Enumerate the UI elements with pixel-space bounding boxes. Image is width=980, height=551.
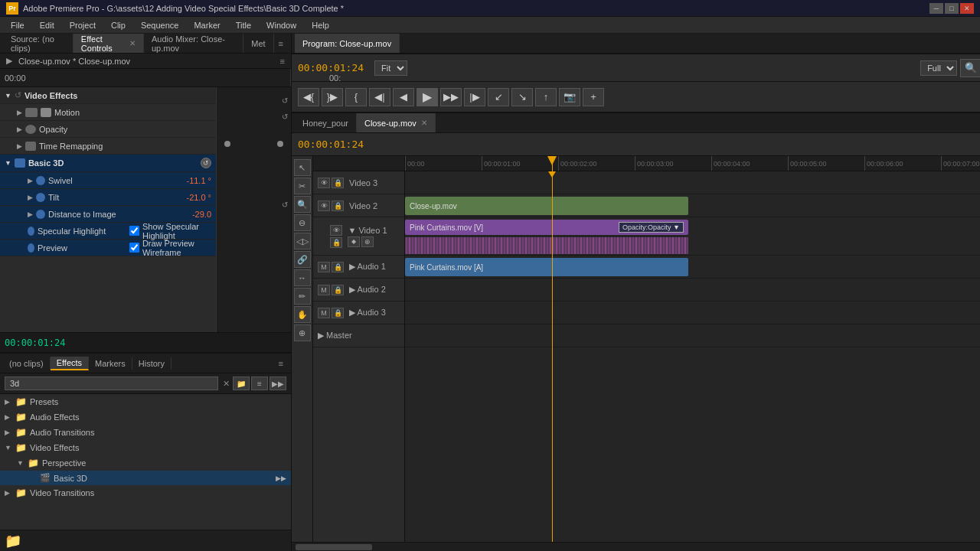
distance-row[interactable]: ▶ Distance to Image -29.0 [0,206,216,223]
search-input[interactable] [5,377,218,390]
insert-button[interactable]: ↙ [488,88,509,106]
fit-dropdown[interactable]: Fit [374,60,407,76]
motion-row[interactable]: ▶ Motion [0,104,216,121]
tool-selection[interactable]: ↖ [294,159,311,176]
tree-item-video-transitions[interactable]: ▶ 📁 Video Transitions [0,485,291,500]
opacity-badge[interactable]: Opacity:Opacity ▼ [619,222,684,233]
tab-markers-browser[interactable]: Markers [89,357,132,370]
menu-file[interactable]: File [3,19,32,31]
tree-item-basic3d[interactable]: 🎬 Basic 3D ▶▶ [0,471,291,485]
a1-lock-btn[interactable]: 🔒 [332,262,344,272]
timeline-horizontal-scrollbar[interactable] [292,542,980,551]
quality-dropdown[interactable]: Full [920,60,957,76]
tab-honey-pour[interactable]: Honey_pour [295,113,357,132]
tab-program[interactable]: Program: Close-up.mov [295,34,400,53]
a3-mute-btn[interactable]: M [318,308,330,318]
view-list-button[interactable]: ≡ [251,377,268,390]
v3-lock-btn[interactable]: 🔒 [332,178,344,188]
tree-item-video-effects[interactable]: ▼ 📁 Video Effects [0,440,291,455]
menu-help[interactable]: Help [304,19,337,31]
tab-no-clips[interactable]: (no clips) [3,357,51,370]
tool-slip[interactable]: ↔ [294,269,311,286]
menu-project[interactable]: Project [62,19,103,31]
menu-window[interactable]: Window [259,19,304,31]
tab-effect-controls[interactable]: Effect Controls ✕ [74,34,144,53]
basic3d-reset[interactable]: ↺ [201,158,211,168]
tab-audio-mixer[interactable]: Audio Mixer: Close-up.mov [144,34,243,53]
opacity-row[interactable]: ▶ Opacity [0,121,216,138]
expand-arrow[interactable]: ▶ [6,56,12,66]
panel-menu-button[interactable]: ≡ [274,37,288,50]
tab-history[interactable]: History [132,357,172,370]
time-remapping-row[interactable]: ▶ Time Remapping [0,138,216,155]
a3-lock-btn[interactable]: 🔒 [332,308,344,318]
mark-out-button[interactable]: }▶ [322,88,343,106]
tool-zoom-in[interactable]: 🔍 [294,196,311,213]
tab-source[interactable]: Source: (no clips) [3,34,74,53]
clip-pink-curtains-audio[interactable]: Pink Curtains.mov [A] [405,258,688,276]
close-button[interactable]: ✕ [960,3,974,14]
opacity-reset-btn[interactable]: ↺ [282,112,288,121]
play-button[interactable]: ▶ [416,88,438,106]
v2-lock-btn[interactable]: 🔒 [332,201,344,211]
tool-pen[interactable]: ✏ [294,288,311,305]
menu-sequence[interactable]: Sequence [133,19,187,31]
camera-button[interactable]: 📷 [559,88,580,106]
menu-clip[interactable]: Clip [103,19,133,31]
swivel-row[interactable]: ▶ Swivel -11.1 ° [0,172,216,189]
overwrite-button[interactable]: ↘ [511,88,533,106]
new-bin-button[interactable]: 📁 [233,377,250,390]
step-back-button[interactable]: ◀ [393,88,414,106]
minimize-button[interactable]: ─ [929,3,943,14]
show-specular-checkbox[interactable] [129,226,139,236]
video-effects-section[interactable]: ▼ ↺ Video Effects [0,87,216,104]
tree-item-perspective[interactable]: ▼ 📁 Perspective [0,455,291,471]
a1-mute-btn[interactable]: M [318,262,330,272]
search-clear-button[interactable]: ✕ [223,379,230,389]
tool-expand[interactable]: ⊕ [294,324,311,341]
go-to-in-button[interactable]: ◀| [369,88,390,106]
tracks-content[interactable]: 00:00 00:00:01:00 00:00:02:00 00:00:03:0… [405,156,980,542]
v1-eye-btn[interactable]: 👁 [330,225,342,236]
v1-lock-btn[interactable]: 🔒 [330,237,342,248]
tab-metadata[interactable]: Met [243,34,273,53]
a2-lock-btn[interactable]: 🔒 [332,285,344,295]
menu-title[interactable]: Title [228,19,259,31]
new-folder-icon[interactable]: 📁 [5,533,21,549]
draw-preview-checkbox[interactable] [129,243,139,253]
lift-button[interactable]: ↑ [535,88,557,106]
tree-item-audio-transitions[interactable]: ▶ 📁 Audio Transitions [0,425,291,440]
tool-link[interactable]: 🔗 [294,251,311,268]
maximize-button[interactable]: □ [945,3,959,14]
tab-effects[interactable]: Effects [51,357,89,370]
tool-zoom-out[interactable]: ⊖ [294,214,311,231]
menu-marker[interactable]: Marker [186,19,227,31]
tab-effect-controls-close[interactable]: ✕ [129,39,136,47]
timeline-scrollbar-thumb[interactable] [296,544,372,550]
tilt-row[interactable]: ▶ Tilt -21.0 ° [0,189,216,206]
v1-keyframe-btn[interactable]: ◆ [348,236,360,247]
v3-eye-btn[interactable]: 👁 [318,178,330,188]
basic3d-header[interactable]: ▼ Basic 3D ↺ [0,155,216,172]
effects-panel-menu[interactable]: ≡ [274,357,288,370]
add-marker-button[interactable]: + [583,88,604,106]
set-in-button[interactable]: { [345,88,367,106]
timeline-tab-close[interactable]: ✕ [421,119,427,127]
tool-ripple[interactable]: ◁▷ [294,233,311,249]
clip-closeup-video[interactable]: Close-up.mov [405,197,688,215]
go-to-out-button[interactable]: |▶ [464,88,485,106]
clip-pink-curtains-video[interactable]: Pink Curtains.mov [V] Opacity:Opacity ▼ [405,220,688,235]
clip-header-menu[interactable]: ≡ [280,57,285,66]
a2-mute-btn[interactable]: M [318,285,330,295]
mark-in-button[interactable]: ◀{ [298,88,319,106]
tool-hand[interactable]: ✋ [294,306,311,323]
tree-item-audio-effects[interactable]: ▶ 📁 Audio Effects [0,409,291,425]
ve-reset-btn[interactable]: ↺ [282,96,288,105]
menu-edit[interactable]: Edit [32,19,62,31]
tab-closeup[interactable]: Close-up.mov ✕ [357,113,436,132]
v2-eye-btn[interactable]: 👁 [318,201,330,211]
zoom-icon[interactable]: 🔍 [960,59,980,77]
tree-item-presets[interactable]: ▶ 📁 Presets [0,394,291,409]
v1-extra-btn[interactable]: ⊕ [361,236,374,247]
tool-razor[interactable]: ✂ [294,178,311,194]
